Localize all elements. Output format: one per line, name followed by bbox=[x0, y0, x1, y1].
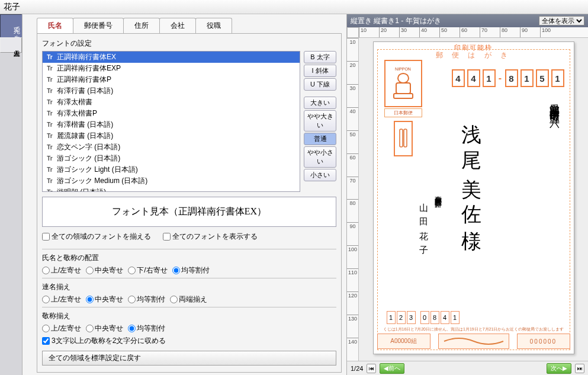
truetype-icon: Tr bbox=[45, 54, 54, 60]
prev-page-button[interactable]: ◀ 前へ bbox=[380, 363, 404, 374]
mode-recipient[interactable]: 宛て先 bbox=[0, 14, 22, 37]
font-item[interactable]: Tr游ゴシック Medium (日本語) bbox=[43, 175, 300, 187]
ruler-corner bbox=[347, 27, 359, 38]
tab-address[interactable]: 住所 bbox=[123, 18, 160, 33]
group-name-title: 氏名と敬称の配置 bbox=[42, 253, 336, 263]
font-sample: フォント見本（正調祥南行書体EX） bbox=[42, 197, 336, 227]
italic-button[interactable]: I 斜体 bbox=[304, 65, 336, 77]
truetype-icon: Tr bbox=[45, 133, 54, 139]
font-item[interactable]: Tr有澤太楷書 bbox=[43, 97, 300, 108]
font-item[interactable]: Tr游ゴシック Light (日本語) bbox=[43, 164, 300, 175]
truetype-icon: Tr bbox=[45, 76, 54, 83]
chk-honor-3chars[interactable]: 3文字以上の敬称を2文字分に収める bbox=[42, 336, 166, 346]
group-joint-title: 連名揃え bbox=[42, 282, 336, 292]
font-section-label: フォントの設定 bbox=[42, 39, 336, 49]
title-text: 花子 bbox=[4, 2, 584, 12]
font-item[interactable]: Tr正調祥南行書体P bbox=[43, 74, 300, 85]
next-page-button[interactable]: 次へ ▶ bbox=[547, 363, 571, 374]
size-large-button[interactable]: 大きい bbox=[304, 97, 336, 109]
size-bit-large-button[interactable]: やや大きい bbox=[304, 110, 336, 132]
radio-honor-justify[interactable]: 均等割付 bbox=[128, 323, 165, 334]
truetype-icon: Tr bbox=[45, 110, 54, 117]
lottery-strip: くじは1月16日と7月20日に抽せん。賞品は1月19日と7月21日からお近くの郵… bbox=[377, 326, 570, 350]
size-small-button[interactable]: 小さい bbox=[304, 169, 336, 181]
preview-panel: 縦置き 縦書き1 - 年賀はがき 全体を表示 10 20 30 40 50 60… bbox=[347, 14, 588, 375]
first-page-button[interactable]: ⏮ bbox=[367, 364, 376, 373]
paginator: 1/24 ⏮ ◀ 前へ 次へ ▶ ⏭ bbox=[347, 361, 588, 375]
radio-joint-center[interactable]: 中央寄せ bbox=[86, 294, 123, 305]
stamp-area: NIPPON 日本郵便 bbox=[384, 60, 422, 155]
font-item[interactable]: Tr麗流隷書 (日本語) bbox=[43, 130, 300, 142]
radio-honor-center[interactable]: 中央寄せ bbox=[86, 323, 123, 334]
lottery-deco-icon bbox=[438, 334, 509, 349]
radio-joint-both[interactable]: 両端揃え bbox=[170, 294, 207, 305]
radio-joint-left[interactable]: 上/左寄せ bbox=[42, 294, 81, 305]
nenga-stamp-icon: NIPPON bbox=[384, 60, 422, 107]
truetype-icon: Tr bbox=[45, 189, 54, 192]
postcard-preview: 印刷可能枠 郵 便 は が き NIPPON 日本郵便 bbox=[373, 41, 574, 354]
font-item[interactable]: Tr有澤太楷書P bbox=[43, 108, 300, 119]
tab-company[interactable]: 会社 bbox=[159, 18, 196, 33]
category-tabs: 氏名 郵便番号 住所 会社 役職 bbox=[37, 18, 342, 33]
style-buttons: B 太字 I 斜体 U 下線 大きい やや大きい 普通 やや小さい 小さい bbox=[304, 51, 336, 192]
radio-honor-left[interactable]: 上/左寄せ bbox=[42, 323, 81, 334]
page-indicator: 1/24 bbox=[351, 365, 363, 372]
truetype-icon: Tr bbox=[45, 166, 54, 173]
recipient-name: 浅 尾 美 佐 様 bbox=[458, 108, 485, 217]
mode-sender[interactable]: 差出人 bbox=[0, 37, 22, 53]
bold-button[interactable]: B 太字 bbox=[304, 51, 336, 63]
svg-rect-1 bbox=[396, 83, 410, 94]
preview-layout-label: 縦置き 縦書き1 - 年賀はがき bbox=[351, 16, 441, 26]
titlebar: 花子 bbox=[0, 0, 588, 14]
lottery-group: A00000組 bbox=[377, 334, 430, 349]
font-item[interactable]: Tr有澤行書 (日本語) bbox=[43, 85, 300, 97]
font-item[interactable]: Tr正調祥南行書体EX bbox=[43, 52, 300, 63]
lottery-serial: 000000 bbox=[517, 334, 570, 349]
chk-show-all[interactable]: 全てのフォントを表示する bbox=[163, 232, 258, 242]
truetype-icon: Tr bbox=[45, 121, 54, 128]
font-item[interactable]: Tr游ゴシック (日本語) bbox=[43, 153, 300, 164]
size-bit-small-button[interactable]: やや小さい bbox=[304, 146, 336, 168]
svg-rect-4 bbox=[404, 129, 407, 147]
chk-align-all[interactable]: 全ての領域のフォントを揃える bbox=[42, 232, 151, 242]
stamp-small-icon bbox=[394, 121, 413, 156]
zoom-select[interactable]: 全体を表示 bbox=[539, 16, 584, 25]
ruler-horizontal: 10 20 30 40 50 60 70 80 90 100 bbox=[359, 27, 588, 38]
font-item[interactable]: Tr正調祥南行書体EXP bbox=[43, 63, 300, 74]
last-page-button[interactable]: ⏭ bbox=[575, 364, 584, 373]
svg-rect-2 bbox=[394, 94, 413, 98]
mode-switcher: 宛て先 差出人 bbox=[0, 14, 23, 375]
font-list[interactable]: Tr正調祥南行書体EX Tr正調祥南行書体EXP Tr正調祥南行書体P Tr有澤… bbox=[42, 51, 300, 192]
underline-button[interactable]: U 下線 bbox=[304, 78, 336, 91]
radio-name-center[interactable]: 中央寄せ bbox=[86, 265, 123, 275]
truetype-icon: Tr bbox=[45, 144, 54, 150]
font-item[interactable]: Tr恋文ペン字 (日本語) bbox=[43, 142, 300, 153]
sender-address: 東京都足立区西新井一ー一ー一 bbox=[433, 190, 443, 198]
tab-name[interactable]: 氏名 bbox=[37, 18, 73, 33]
svg-point-0 bbox=[398, 73, 409, 83]
sender-zip: 1 2 3 0 8 4 1 bbox=[387, 311, 460, 324]
truetype-icon: Tr bbox=[45, 99, 54, 105]
font-item[interactable]: Tr有澤楷書 (日本語) bbox=[43, 119, 300, 130]
radio-name-right[interactable]: 下/右寄せ bbox=[128, 265, 167, 275]
radio-name-justify[interactable]: 均等割付 bbox=[172, 265, 210, 275]
settings-panel: 氏名 郵便番号 住所 会社 役職 フォントの設定 Tr正調祥南行書体EX Tr正… bbox=[23, 14, 347, 375]
sender-name: 山 田 花 子 bbox=[418, 196, 429, 241]
group-honor-title: 敬称揃え bbox=[42, 311, 336, 321]
radio-name-left[interactable]: 上/左寄せ bbox=[42, 265, 81, 275]
truetype-icon: Tr bbox=[45, 178, 54, 184]
stamp-label: 日本郵便 bbox=[384, 108, 422, 117]
tab-zip[interactable]: 郵便番号 bbox=[73, 18, 124, 33]
truetype-icon: Tr bbox=[45, 65, 54, 72]
canvas[interactable]: 印刷可能枠 郵 便 は が き NIPPON 日本郵便 bbox=[359, 38, 588, 361]
recipient-address: 愛知県豊橋市曙町四ー五ー六 bbox=[548, 95, 562, 111]
tab-role[interactable]: 役職 bbox=[195, 18, 232, 33]
ruler-vertical: 10 20 30 40 50 60 70 80 90 100 110 120 1… bbox=[347, 38, 359, 361]
font-item[interactable]: Tr游明朝 (日本語) bbox=[43, 187, 300, 192]
truetype-icon: Tr bbox=[45, 155, 54, 162]
reset-button[interactable]: 全ての領域を標準設定に戻す bbox=[42, 351, 336, 366]
size-normal-button[interactable]: 普通 bbox=[304, 133, 336, 145]
radio-joint-justify[interactable]: 均等割付 bbox=[128, 294, 165, 305]
preview-header: 縦置き 縦書き1 - 年賀はがき 全体を表示 bbox=[347, 14, 588, 27]
truetype-icon: Tr bbox=[45, 88, 54, 94]
